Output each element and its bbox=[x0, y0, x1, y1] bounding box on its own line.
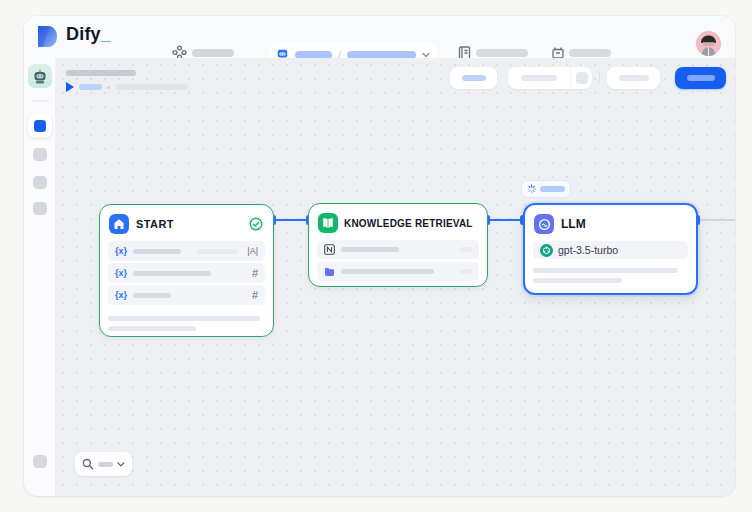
publish-split-button[interactable] bbox=[508, 67, 592, 89]
user-avatar[interactable] bbox=[696, 31, 721, 56]
features-button[interactable] bbox=[450, 67, 497, 89]
app-icon-robot[interactable] bbox=[28, 64, 52, 88]
node-header: START bbox=[100, 205, 273, 241]
variable-row[interactable]: {x} # bbox=[108, 285, 265, 305]
app-header: Dify_ / bbox=[24, 16, 735, 58]
workflow-name-placeholder bbox=[66, 70, 136, 76]
variable-name-placeholder bbox=[133, 293, 171, 298]
check-circle-icon bbox=[249, 217, 263, 231]
folder-icon bbox=[324, 267, 335, 277]
text-placeholder bbox=[533, 268, 678, 273]
primary-action-button[interactable] bbox=[675, 67, 726, 89]
search-icon bbox=[82, 458, 94, 470]
type-badge: # bbox=[252, 267, 258, 279]
text-placeholder bbox=[108, 326, 196, 331]
text-placeholder bbox=[108, 316, 260, 321]
sidebar-item-placeholder[interactable] bbox=[33, 148, 47, 161]
button-label-placeholder bbox=[521, 75, 557, 81]
edge-llm-out bbox=[698, 219, 735, 221]
source-name-placeholder bbox=[341, 247, 399, 252]
variable-name-placeholder bbox=[133, 271, 211, 276]
zoom-control[interactable] bbox=[75, 452, 132, 476]
variable-row[interactable]: {x} |A| bbox=[108, 241, 265, 261]
node-description bbox=[100, 316, 273, 331]
home-icon bbox=[109, 214, 129, 234]
app-window: Dify_ / bbox=[24, 16, 735, 496]
running-label-placeholder bbox=[540, 186, 565, 192]
node-start[interactable]: START {x} |A| {x} # {x} # bbox=[99, 204, 274, 337]
knowledge-source-row[interactable] bbox=[317, 262, 479, 281]
toolbar-divider bbox=[599, 72, 600, 84]
model-list: gpt-3.5-turbo bbox=[525, 241, 696, 259]
zoom-level-placeholder bbox=[98, 462, 114, 467]
variable-icon: {x} bbox=[115, 268, 127, 278]
run-meta-placeholder bbox=[115, 84, 188, 90]
source-meta-placeholder bbox=[460, 269, 472, 274]
sidebar-item-settings[interactable] bbox=[33, 455, 47, 468]
variable-row[interactable]: {x} # bbox=[108, 263, 265, 283]
dify-logo-icon bbox=[37, 25, 58, 48]
run-label-placeholder bbox=[79, 84, 102, 90]
type-badge: |A| bbox=[247, 246, 258, 256]
node-llm[interactable]: LLM gpt-3.5-turbo bbox=[523, 203, 698, 295]
chevron-down-icon bbox=[117, 462, 125, 467]
node-header: LLM bbox=[525, 205, 696, 241]
workflow-block-icon bbox=[34, 120, 46, 132]
source-name-placeholder bbox=[341, 269, 434, 274]
plugin-label-placeholder bbox=[569, 49, 611, 57]
sidebar-item-workflow[interactable] bbox=[28, 114, 52, 138]
last-run-row bbox=[66, 81, 188, 93]
knowledge-source-row[interactable] bbox=[317, 240, 479, 259]
variable-icon: {x} bbox=[115, 290, 127, 300]
sidebar-divider bbox=[31, 100, 49, 102]
type-badge: # bbox=[252, 289, 258, 301]
running-status-badge bbox=[521, 180, 571, 198]
openai-icon bbox=[540, 244, 553, 257]
preview-button[interactable] bbox=[607, 67, 660, 89]
book-icon bbox=[318, 213, 338, 233]
chevron-down-icon bbox=[422, 52, 430, 58]
node-title: START bbox=[136, 218, 242, 230]
docs-label-placeholder bbox=[476, 49, 528, 57]
publish-more-button[interactable] bbox=[571, 72, 592, 84]
sidebar-item-placeholder[interactable] bbox=[33, 202, 47, 215]
variable-value-placeholder bbox=[197, 249, 237, 254]
variable-list: {x} |A| {x} # {x} # bbox=[100, 241, 273, 305]
nav-label-placeholder bbox=[192, 49, 234, 57]
node-description bbox=[525, 268, 696, 283]
sidebar bbox=[24, 58, 56, 496]
knowledge-source-list bbox=[309, 240, 487, 281]
sidebar-item-placeholder[interactable] bbox=[33, 176, 47, 189]
model-name: gpt-3.5-turbo bbox=[558, 244, 618, 256]
node-knowledge-retrieval[interactable]: KNOWLEDGE RETRIEVAL bbox=[308, 203, 488, 287]
app-name: Dify_ bbox=[66, 24, 111, 45]
node-title: KNOWLEDGE RETRIEVAL bbox=[344, 218, 473, 229]
node-header: KNOWLEDGE RETRIEVAL bbox=[309, 204, 487, 240]
edge-start-to-knowledge bbox=[274, 219, 308, 221]
edge-knowledge-to-llm bbox=[488, 219, 523, 221]
workflow-canvas[interactable]: START {x} |A| {x} # {x} # bbox=[56, 58, 735, 496]
variable-icon: {x} bbox=[115, 246, 127, 256]
text-placeholder bbox=[533, 278, 622, 283]
publish-button[interactable] bbox=[508, 75, 570, 81]
node-title: LLM bbox=[561, 217, 686, 231]
llm-icon bbox=[534, 214, 554, 234]
model-row[interactable]: gpt-3.5-turbo bbox=[533, 241, 688, 259]
play-icon[interactable] bbox=[66, 82, 74, 92]
more-icon bbox=[576, 72, 588, 84]
source-meta-placeholder bbox=[460, 247, 472, 252]
spinner-icon bbox=[527, 184, 536, 194]
variable-name-placeholder bbox=[133, 249, 181, 254]
button-label-placeholder bbox=[462, 75, 486, 81]
dot-separator bbox=[107, 86, 110, 89]
button-label-placeholder bbox=[687, 75, 715, 81]
button-label-placeholder bbox=[619, 75, 649, 81]
notion-icon bbox=[324, 244, 335, 255]
